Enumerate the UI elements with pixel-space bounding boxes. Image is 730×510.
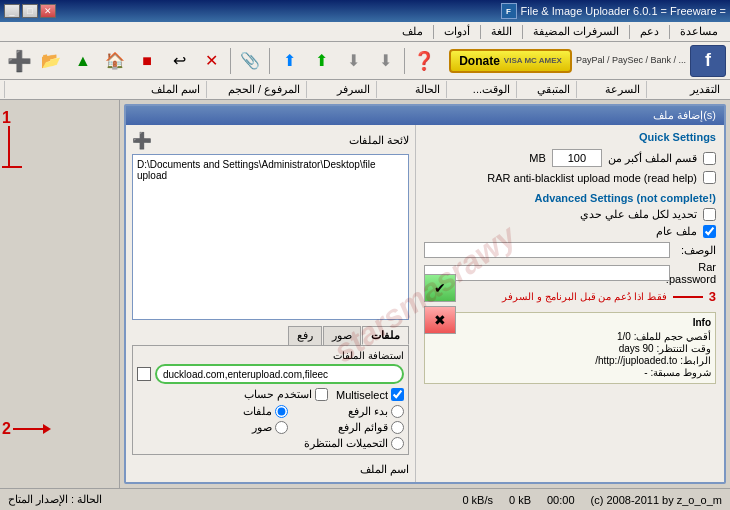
minimize-button[interactable]: _ bbox=[4, 4, 20, 18]
file-list-box[interactable]: D:\Documents and Settings\Administrator\… bbox=[132, 154, 409, 320]
down2-arrow-button[interactable]: ⬇ bbox=[370, 46, 400, 76]
tab-upload[interactable]: رفع bbox=[288, 326, 322, 345]
public-checkbox[interactable] bbox=[703, 225, 716, 238]
account-check: استخدم حساب bbox=[244, 388, 328, 401]
note3-text: فقط اذا دُعم من قبل البرنامج و السرفر bbox=[502, 291, 666, 302]
server-checkbox[interactable] bbox=[137, 367, 151, 381]
close-button[interactable]: ✕ bbox=[40, 4, 56, 18]
app-title: File & Image Uploader 6.0.1 = Freeware = bbox=[521, 5, 726, 17]
file-col-label: اسم الملف bbox=[132, 463, 409, 476]
col-estimate: التقدير bbox=[646, 81, 726, 98]
column-headers: التقدير السرعة المتبقي الوقت... الحالة ا… bbox=[0, 80, 730, 100]
home-button[interactable]: 🏠 bbox=[100, 46, 130, 76]
cancel-action-button[interactable]: ✖ bbox=[424, 306, 456, 334]
speed-value: 0 kB/s bbox=[462, 494, 493, 506]
cancel-button[interactable]: ✕ bbox=[196, 46, 226, 76]
images-radio-input[interactable] bbox=[275, 421, 288, 434]
app-icon: F bbox=[501, 3, 517, 19]
multiselect-check: Multiselect bbox=[336, 388, 404, 401]
rar-label: RAR anti-blacklist upload mode (read hel… bbox=[487, 172, 697, 184]
queues-radio: قوائم الرفع bbox=[304, 421, 404, 434]
file-path: D:\Documents and Settings\Administrator\… bbox=[135, 157, 406, 183]
server-input[interactable] bbox=[155, 364, 404, 384]
menu-help[interactable]: مساعدة bbox=[672, 23, 726, 40]
up-arrow-button[interactable]: ⬆ bbox=[274, 46, 304, 76]
info-section: Info أقصي حجم للملف: 1/0 وقت التنتظر: 90… bbox=[424, 312, 716, 384]
open-folder-button[interactable]: 📂 bbox=[36, 46, 66, 76]
donate-label: Donate bbox=[459, 54, 500, 68]
upload-radio-input[interactable] bbox=[391, 405, 404, 418]
split-file-row: قسم الملف أكبر من MB bbox=[424, 149, 716, 167]
servers-label: استضافة الملفات bbox=[137, 350, 404, 361]
images-radio: صور bbox=[243, 421, 288, 434]
copyright-text: (c) 2008-2011 by z_o_o_m bbox=[591, 494, 722, 506]
pending-radio-input[interactable] bbox=[391, 437, 404, 450]
down-arrow-button[interactable]: ⬇ bbox=[338, 46, 368, 76]
checkbox-row: Multiselect استخدم حساب bbox=[137, 388, 404, 401]
info-terms: شروط مسبقة: - bbox=[429, 367, 711, 378]
rar-pass-label: Rar password: bbox=[676, 261, 716, 285]
annotation-2-area: 2 bbox=[2, 420, 51, 438]
add-files-button[interactable]: ➕ bbox=[4, 46, 34, 76]
desc-input[interactable] bbox=[424, 242, 670, 258]
fb-icon: f bbox=[705, 50, 711, 71]
desc-label: الوصف: bbox=[676, 244, 716, 257]
maximize-button[interactable]: □ bbox=[22, 4, 38, 18]
split-value-input[interactable] bbox=[552, 149, 602, 167]
info-title: Info bbox=[429, 317, 711, 328]
menu-servers[interactable]: السرفرات المضيفة bbox=[525, 23, 627, 40]
donate-button[interactable]: Donate VISA MC AMEX bbox=[449, 49, 572, 73]
pending-radio: التحميلات المنتظرة bbox=[304, 437, 404, 450]
card-icons: VISA MC AMEX bbox=[504, 56, 562, 65]
toolbar: ➕ 📂 ▲ 🏠 ■ ↩ ✕ 📎 ⬆ ⬆ ⬇ ⬇ ❓ Donate VISA MC… bbox=[0, 42, 730, 80]
back-button[interactable]: ↩ bbox=[164, 46, 194, 76]
rar-checkbox[interactable] bbox=[703, 171, 716, 184]
tab-content: استضافة الملفات bbox=[132, 345, 409, 455]
tab-images[interactable]: صور bbox=[323, 326, 361, 345]
type-options: ملفات صور bbox=[243, 405, 288, 450]
account-checkbox[interactable] bbox=[315, 388, 328, 401]
limit-checkbox[interactable] bbox=[703, 208, 716, 221]
files-label: ملفات bbox=[243, 405, 272, 418]
title-bar: F File & Image Uploader 6.0.1 = Freeware… bbox=[0, 0, 730, 22]
paypal-text: PayPal / PaySec / Bank / ... bbox=[576, 55, 686, 67]
attach-button[interactable]: 📎 bbox=[235, 46, 265, 76]
down-fill-button[interactable]: ⬆ bbox=[306, 46, 336, 76]
queues-label: قوائم الرفع bbox=[338, 421, 388, 434]
time-value: 00:00 bbox=[547, 494, 575, 506]
split-unit: MB bbox=[529, 152, 546, 164]
files-radio-input[interactable] bbox=[275, 405, 288, 418]
stop-button[interactable]: ■ bbox=[132, 46, 162, 76]
menu-language[interactable]: اللغة bbox=[483, 23, 520, 40]
split-checkbox[interactable] bbox=[703, 152, 716, 165]
confirm-button[interactable]: ✔ bbox=[424, 274, 456, 302]
info-link: الرابط: http://juploaded.to/ bbox=[429, 355, 711, 366]
main-area: 1 2 starsmasrawy (s)إضافة ملف لائحة المل… bbox=[0, 100, 730, 488]
info-time: وقت التنتظر: 90 days bbox=[429, 343, 711, 354]
action-buttons: ✔ ✖ bbox=[424, 274, 456, 334]
status-text: الحالة : الإصدار المتاح bbox=[8, 493, 102, 506]
multiselect-checkbox[interactable] bbox=[391, 388, 404, 401]
menu-file[interactable]: ملف bbox=[394, 23, 431, 40]
upload-button[interactable]: ▲ bbox=[68, 46, 98, 76]
file-list-label: لائحة الملفات bbox=[349, 134, 409, 147]
add-file-icon[interactable]: ➕ bbox=[132, 131, 152, 150]
rar-pass-input[interactable] bbox=[424, 265, 670, 281]
facebook-button[interactable]: f bbox=[690, 45, 726, 77]
radio-section: بدء الرفع قوائم الرفع التحميلات المنتظرة bbox=[137, 405, 404, 450]
files-radio: ملفات bbox=[243, 405, 288, 418]
split-label: قسم الملف أكبر من bbox=[608, 152, 697, 165]
col-time: الوقت... bbox=[446, 81, 516, 98]
status-stats: 0 kB/s 0 kB 00:00 (c) 2008-2011 by z_o_o… bbox=[462, 494, 722, 506]
file-list-header: لائحة الملفات ➕ bbox=[132, 131, 409, 150]
menu-bar: مساعدة دعم السرفرات المضيفة اللغة أدوات … bbox=[0, 22, 730, 42]
menu-tools[interactable]: أدوات bbox=[436, 23, 478, 40]
file-column-label: اسم الملف bbox=[360, 463, 409, 475]
help-button[interactable]: ❓ bbox=[409, 46, 439, 76]
tab-files[interactable]: ملفات bbox=[362, 326, 409, 345]
window-controls: _ □ ✕ bbox=[4, 4, 56, 18]
queues-radio-input[interactable] bbox=[391, 421, 404, 434]
quick-settings-title: Quick Settings bbox=[424, 131, 716, 143]
size-value: 0 kB bbox=[509, 494, 531, 506]
menu-support[interactable]: دعم bbox=[632, 23, 667, 40]
